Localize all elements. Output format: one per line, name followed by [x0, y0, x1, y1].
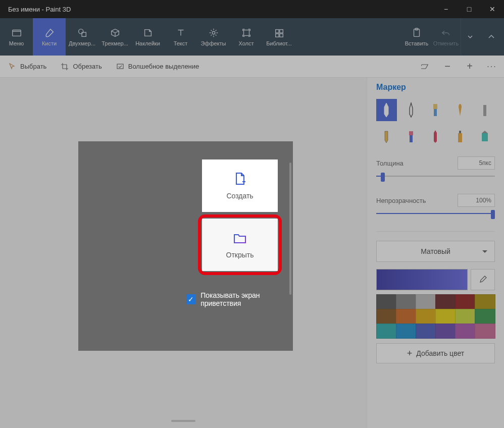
shapes3d-icon [110, 27, 121, 38]
show-welcome-checkbox[interactable] [186, 294, 195, 304]
close-button[interactable] [481, 0, 504, 18]
palette-color[interactable] [376, 309, 396, 324]
palette-color[interactable] [435, 309, 456, 324]
zoom-in-icon[interactable]: + [466, 63, 474, 71]
sticker-icon [142, 27, 154, 38]
palette-color[interactable] [435, 294, 456, 309]
svg-rect-4 [243, 30, 249, 36]
select-tool[interactable]: Выбрать [8, 63, 46, 71]
zoom-out-icon[interactable]: − [443, 63, 451, 71]
crop-tool[interactable]: Обрезать [61, 63, 102, 71]
new-card[interactable]: Создать [202, 159, 278, 212]
library-icon [274, 27, 285, 38]
properties-panel: Маркер Толщина [367, 78, 504, 428]
palette-color[interactable] [455, 324, 475, 339]
brush-fill[interactable] [474, 125, 495, 147]
magic-select-tool[interactable]: Волшебное выделение [116, 63, 199, 71]
folder-icon [11, 27, 22, 38]
thickness-input[interactable] [458, 156, 495, 170]
text-icon [175, 27, 186, 38]
palette-color[interactable] [416, 324, 436, 339]
add-color-button[interactable]: + Добавить цвет [376, 343, 495, 363]
shapes2d-icon [77, 27, 88, 38]
brush-pixel[interactable] [474, 99, 495, 121]
expand-button[interactable] [479, 18, 504, 56]
brush-eraser[interactable] [401, 125, 422, 147]
brush-spray[interactable] [450, 125, 471, 147]
palette-color[interactable] [396, 324, 416, 339]
view3d-icon[interactable] [421, 63, 429, 71]
opacity-input[interactable] [458, 194, 495, 207]
brush-marker[interactable] [376, 99, 397, 121]
svg-rect-7 [275, 34, 278, 37]
palette-color[interactable] [455, 309, 475, 324]
stickers-tab[interactable]: Наклейки [131, 18, 164, 56]
effects-tab[interactable]: Эффекты [197, 18, 230, 56]
history-dropdown[interactable] [461, 18, 479, 56]
palette-color[interactable] [455, 294, 475, 309]
new-label: Создать [226, 192, 253, 200]
svg-rect-0 [12, 30, 21, 36]
2d-shapes-tab[interactable]: Двухмер... [66, 18, 98, 56]
current-color[interactable] [376, 269, 468, 290]
thickness-slider[interactable] [376, 172, 495, 181]
svg-rect-15 [409, 131, 413, 135]
svg-rect-8 [279, 34, 282, 37]
brush-pencil[interactable] [376, 125, 397, 147]
brush-crayon[interactable] [425, 125, 446, 147]
more-icon[interactable]: ··· [488, 63, 496, 71]
svg-rect-6 [279, 30, 282, 33]
horizontal-scrollbar[interactable] [171, 420, 195, 422]
open-card[interactable]: Открыть [202, 219, 278, 271]
svg-rect-5 [275, 30, 278, 33]
open-label: Открыть [226, 251, 254, 259]
brush-watercolor[interactable] [450, 99, 471, 121]
svg-point-1 [78, 29, 83, 34]
cursor-icon [8, 63, 16, 71]
opacity-label: Непрозрачность [376, 197, 426, 204]
brush-icon [44, 27, 55, 38]
undo-button[interactable]: Отменить [431, 18, 461, 56]
palette-color[interactable] [396, 309, 416, 324]
palette-color[interactable] [416, 309, 436, 324]
svg-rect-19 [482, 133, 488, 141]
palette-color[interactable] [475, 324, 495, 339]
titlebar: Без имени - Paint 3D [0, 0, 504, 18]
welcome-dialog: Создать Открыть Показывать экран приветс… [78, 141, 293, 351]
opacity-slider[interactable] [376, 209, 495, 218]
library-tab[interactable]: Библиот... [263, 18, 295, 56]
minimize-button[interactable] [434, 0, 458, 18]
panel-title: Маркер [376, 83, 495, 92]
palette-color[interactable] [416, 294, 436, 309]
svg-rect-12 [433, 104, 437, 109]
palette-color[interactable] [396, 294, 416, 309]
effects-icon [208, 27, 219, 38]
paste-icon [411, 27, 422, 38]
canvas-tab[interactable]: Холст [230, 18, 263, 56]
maximize-button[interactable] [458, 0, 481, 18]
brush-grid [376, 99, 495, 147]
palette-color[interactable] [475, 309, 495, 324]
brush-oil[interactable] [425, 99, 446, 121]
window-title: Без имени - Paint 3D [8, 6, 71, 13]
3d-shapes-tab[interactable]: Трехмер... [98, 18, 131, 56]
undo-icon [440, 27, 451, 38]
svg-rect-17 [458, 133, 462, 142]
brushes-tab[interactable]: Кисти [33, 18, 66, 56]
paste-button[interactable]: Вставить [402, 18, 431, 56]
show-welcome-label: Показывать экран приветствия [200, 291, 293, 307]
text-tab[interactable]: Текст [164, 18, 197, 56]
palette-color[interactable] [435, 324, 456, 339]
palette-color[interactable] [376, 324, 396, 339]
palette-color[interactable] [376, 294, 396, 309]
eyedropper-button[interactable] [471, 269, 495, 290]
welcome-scrollbar[interactable] [289, 163, 291, 295]
menu-button[interactable]: Меню [0, 18, 33, 56]
color-palette [376, 294, 495, 338]
ribbon: Меню Кисти Двухмер... Трехмер... Наклейк… [0, 18, 504, 56]
material-select[interactable]: Матовый [376, 241, 495, 262]
palette-color[interactable] [475, 294, 495, 309]
brush-calligraphy[interactable] [401, 99, 422, 121]
svg-point-3 [212, 31, 215, 34]
crop-icon [61, 63, 69, 71]
